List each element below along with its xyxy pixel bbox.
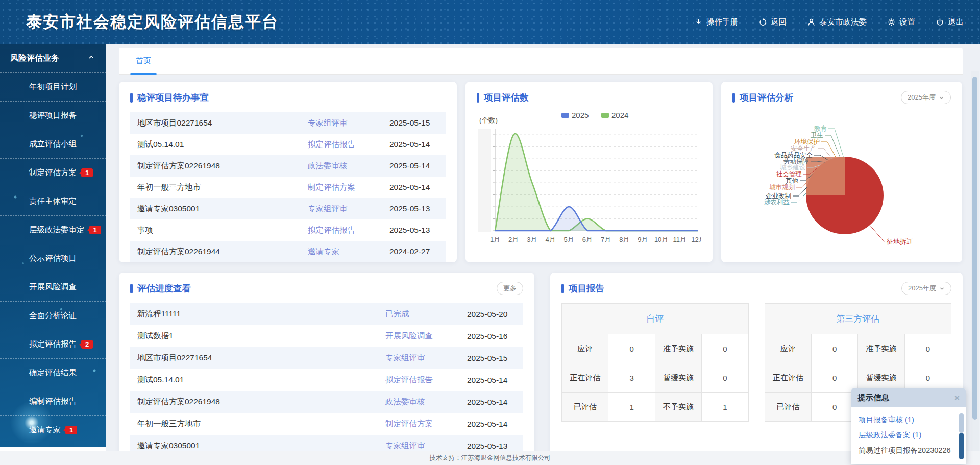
header-menu-item[interactable]: 泰安市政法委 <box>807 17 867 28</box>
report-cell-value: 1 <box>608 393 655 422</box>
status-link[interactable]: 制定评估方案 <box>385 419 467 429</box>
panel-todo-title: 稳评项目待办事宜 <box>137 91 209 104</box>
tab-home[interactable]: 首页 <box>130 48 157 75</box>
panel-eval-count-title: 项目评估数 <box>484 91 529 104</box>
report-cell-label: 已评估 <box>765 393 811 422</box>
date-label: 2025-05-14 <box>467 420 516 429</box>
sidebar-item[interactable]: 责任主体审定 <box>0 187 106 215</box>
sidebar-item-label: 邀请专家 <box>29 425 61 435</box>
close-icon[interactable]: × <box>954 394 960 402</box>
sidebar-item[interactable]: 公示评估项目 <box>0 244 106 273</box>
status-link[interactable]: 拟定评估报告 <box>308 139 389 150</box>
page-scrollbar-thumb[interactable] <box>972 77 977 420</box>
svg-text:7月: 7月 <box>601 236 611 243</box>
svg-text:卫生: 卫生 <box>811 132 823 139</box>
title-accent-bar <box>130 93 133 103</box>
header-menu-item[interactable]: 操作手册 <box>694 17 738 28</box>
sidebar-item-label: 制定评估方案 <box>29 167 77 178</box>
sidebar: 风险评估业务 年初项目计划稳评项目报备成立评估小组制定评估方案1责任主体审定层级… <box>0 44 106 447</box>
project-name: 制定评估方案02261948 <box>137 397 385 407</box>
sidebar-item[interactable]: 编制评估报告 <box>0 387 106 415</box>
sidebar-item[interactable]: 邀请专家1 <box>0 415 106 444</box>
todo-list: 地区市项目02271654专家组评审2025-05-15测试05.14.01拟定… <box>130 112 446 262</box>
sidebar-group-risk-assessment[interactable]: 风险评估业务 <box>0 44 106 72</box>
sidebar-item[interactable]: 年初项目计划 <box>0 72 106 101</box>
panel-progress-title: 评估进度查看 <box>137 282 191 295</box>
status-link[interactable]: 拟定评估报告 <box>385 375 467 385</box>
project-name: 测试05.14.01 <box>137 375 385 385</box>
report-table-title: 自评 <box>562 304 749 334</box>
list-item: 地区市项目02271654专家组评审2025-05-15 <box>130 112 446 134</box>
svg-text:2月: 2月 <box>508 236 519 243</box>
toast-notification: 提示信息 × 项目报备审核 (1)层级政法委备案 (1)简易过往项目报备2023… <box>851 388 966 464</box>
sidebar-item[interactable]: 成立评估小组 <box>0 130 106 158</box>
header-menu-label: 操作手册 <box>706 17 738 28</box>
status-link[interactable]: 制定评估方案 <box>308 182 389 193</box>
toast-link-item[interactable]: 层级政法委备案 (1) <box>859 427 953 443</box>
svg-text:教育: 教育 <box>814 125 827 132</box>
sidebar-item[interactable]: 确定评估结果 <box>0 358 106 387</box>
date-label: 2025-05-14 <box>389 140 438 149</box>
status-link[interactable]: 开展风险调查 <box>385 331 467 341</box>
status-link[interactable]: 邀请专家 <box>308 247 389 257</box>
sidebar-item[interactable]: 制定评估方案1 <box>0 158 106 187</box>
toast-title: 提示信息 <box>857 393 889 403</box>
sidebar-items: 年初项目计划稳评项目报备成立评估小组制定评估方案1责任主体审定层级政法委审定1公… <box>0 72 106 444</box>
status-link[interactable]: 拟定评估报告 <box>308 225 389 236</box>
return-icon <box>758 18 767 27</box>
date-label: 2025-05-20 <box>467 310 516 319</box>
status-link[interactable]: 专家组评审 <box>385 353 467 363</box>
header-menu-item[interactable]: 退出 <box>936 17 964 28</box>
sidebar-item[interactable]: 开展风险调查 <box>0 273 106 301</box>
notification-badge: 1 <box>81 168 93 177</box>
toast-scrollbar-upper[interactable] <box>959 413 964 433</box>
toast-scrollbar-lower[interactable] <box>959 433 964 459</box>
svg-text:安全生产: 安全生产 <box>791 145 816 152</box>
sidebar-item-label: 年初项目计划 <box>29 82 77 92</box>
list-item: 邀请专家0305001专家组评审2025-05-13 <box>130 198 446 219</box>
list-item: 年初一般三方地市制定评估方案2025-05-14 <box>130 413 523 435</box>
analysis-year-select[interactable]: 2025年度 <box>901 91 951 104</box>
header-menu-item[interactable]: 返回 <box>758 17 787 28</box>
svg-text:涉农利益: 涉农利益 <box>764 199 790 206</box>
toast-link-item[interactable]: 项目报备审核 (1) <box>859 412 953 427</box>
status-link[interactable]: 已完成 <box>385 309 467 320</box>
project-name: 事项 <box>137 225 308 236</box>
date-label: 2025-05-14 <box>389 161 438 170</box>
sidebar-item[interactable]: 层级政法委审定1 <box>0 215 106 244</box>
title-accent-bar <box>732 93 735 103</box>
sidebar-group-label: 风险评估业务 <box>10 53 59 64</box>
tab-bar: 首页 <box>119 48 963 75</box>
header-menu-item[interactable]: 设置 <box>887 17 915 28</box>
header-menu-label: 返回 <box>771 17 787 28</box>
status-link[interactable]: 专家组评审 <box>385 440 467 451</box>
panel-report-title: 项目报告 <box>569 282 604 295</box>
date-label: 2025-05-16 <box>467 332 516 341</box>
list-item: 测试05.14.01拟定评估报告2025-05-14 <box>130 369 523 391</box>
sidebar-item[interactable]: 稳评项目报备 <box>0 101 106 130</box>
status-link[interactable]: 政法委审核 <box>308 161 389 172</box>
report-cell-label: 已评估 <box>562 393 608 422</box>
project-name: 测试05.14.01 <box>137 139 308 150</box>
main-content: 首页 稳评项目待办事宜 地区市项目02271654专家组评审2025-05-15… <box>106 44 980 465</box>
report-cell-label: 不予实施 <box>655 393 701 422</box>
pie-chart: 教育卫生环境保护安全生产食品药品安全劳动保障城乡建设社会管理其他城市规划企业改制… <box>732 105 951 259</box>
sidebar-item-label: 全面分析论证 <box>29 310 77 321</box>
report-cell-value: 0 <box>811 334 857 363</box>
status-link[interactable]: 专家组评审 <box>308 204 389 214</box>
sidebar-item-label: 层级政法委审定 <box>29 225 85 235</box>
line-chart: 1月2月3月4月5月6月7月8月9月10月11月12月(个数)20252024 <box>477 105 701 252</box>
report-cell-label: 准予实施 <box>655 334 701 363</box>
more-button[interactable]: 更多 <box>497 282 523 295</box>
date-label: 2025-05-14 <box>389 183 438 192</box>
status-link[interactable]: 政法委审核 <box>385 397 467 407</box>
sidebar-item[interactable]: 拟定评估报告2 <box>0 330 106 358</box>
status-link[interactable]: 专家组评审 <box>308 118 389 129</box>
date-label: 2025-05-13 <box>389 226 438 235</box>
report-cell-value: 1 <box>702 393 748 422</box>
report-table-title: 第三方评估 <box>765 304 951 334</box>
app-header: 泰安市社会稳定风险评估信息平台 操作手册返回泰安市政法委设置退出 <box>0 0 980 44</box>
sidebar-item[interactable]: 全面分析论证 <box>0 301 106 330</box>
report-year-select[interactable]: 2025年度 <box>901 282 951 295</box>
user-icon <box>807 18 816 27</box>
